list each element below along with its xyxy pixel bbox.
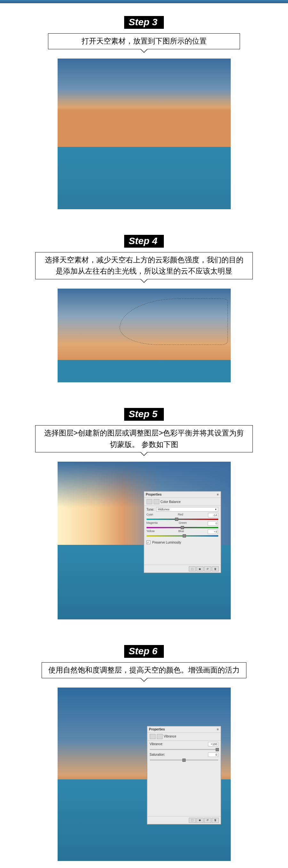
adjustment-icon[interactable] (150, 734, 156, 739)
slider-knob[interactable] (183, 758, 186, 762)
pointer-icon (140, 452, 148, 456)
tone-label: Tone: (147, 508, 154, 511)
step-5-image: Properties ≡ Color Balance Tone: Midtone… (58, 462, 231, 619)
step-6-desc: 使用自然饱和度调整层，提高天空的颜色。增强画面的活力 (42, 662, 247, 678)
preserve-luminosity-checkbox[interactable]: ✓ (147, 540, 150, 544)
clip-to-layer-button[interactable]: ⬚ (189, 566, 196, 571)
step-6-block: Step 6 使用自然饱和度调整层，提高天空的颜色。增强画面的活力 Proper… (0, 645, 288, 861)
slider-knob[interactable] (175, 518, 178, 521)
step-6-image: Properties ≡ Vibrance Vibrance: +100 Sat… (58, 687, 231, 861)
panel-subtitle: Vibrance (164, 735, 176, 738)
saturation-label: Saturation: (150, 753, 165, 756)
step-4-desc: 选择天空素材，减少天空右上方的云彩颜色强度，我们的目的是添加从左往右的主光线，所… (35, 252, 253, 279)
slider-knob[interactable] (183, 534, 186, 537)
chevron-down-icon: ▾ (215, 508, 217, 511)
cb-value[interactable]: -14 (208, 513, 218, 517)
panel-subtitle: Color Balance (161, 500, 181, 504)
saturation-slider[interactable] (150, 760, 218, 761)
reset-button[interactable]: ↺ (204, 566, 211, 571)
step-4-block: Step 4 选择天空素材，减少天空右上方的云彩颜色强度，我们的目的是添加从左往… (0, 235, 288, 382)
cb-left-label: Cyan (147, 513, 153, 517)
panel-title: Properties (146, 493, 162, 496)
panel-title: Properties (149, 727, 165, 731)
cb-left-label: Magenta (147, 521, 158, 526)
step-6-badge: Step 6 (124, 645, 164, 658)
mask-icon[interactable] (157, 734, 163, 739)
yellow-blue-slider[interactable] (147, 535, 218, 536)
step-3-block: Step 3 打开天空素材，放置到下图所示的位置 (0, 16, 288, 209)
delete-button[interactable]: 🗑 (212, 566, 219, 571)
top-strip (0, 0, 288, 3)
cyan-red-slider[interactable] (147, 519, 218, 520)
adjustment-icon[interactable] (147, 499, 152, 504)
cb-value[interactable]: 0 (208, 521, 218, 526)
cb-right-label: Green (179, 521, 187, 526)
cb-left-label: Yellow (147, 529, 155, 534)
preserve-luminosity-label: Preserve Luminosity (152, 541, 182, 544)
mask-icon[interactable] (154, 499, 159, 504)
saturation-value[interactable]: 0 (208, 752, 218, 757)
slider-knob[interactable] (181, 526, 184, 529)
pointer-icon (140, 678, 148, 682)
vibrance-slider[interactable] (150, 749, 218, 750)
step-3-image (58, 59, 231, 209)
step-4-badge: Step 4 (124, 235, 164, 248)
panel-menu-icon[interactable]: ≡ (217, 493, 219, 496)
cb-value[interactable]: +4 (208, 529, 218, 534)
clip-to-layer-button[interactable]: ⬚ (189, 818, 196, 823)
step-3-badge: Step 3 (124, 16, 164, 29)
view-previous-button[interactable]: ◉ (196, 818, 203, 823)
cb-right-label: Blue (178, 529, 184, 534)
pointer-icon (140, 279, 148, 283)
vibrance-panel[interactable]: Properties ≡ Vibrance Vibrance: +100 Sat… (147, 726, 221, 825)
step-5-badge: Step 5 (124, 408, 164, 421)
reset-button[interactable]: ↺ (204, 818, 211, 823)
step-4-image (58, 288, 231, 382)
view-previous-button[interactable]: ◉ (196, 566, 203, 571)
slider-knob[interactable] (216, 748, 219, 751)
magenta-green-slider[interactable] (147, 527, 218, 528)
color-balance-panel[interactable]: Properties ≡ Color Balance Tone: Midtone… (144, 491, 221, 573)
step-5-block: Step 5 选择图层>创建新的图层或调整图层>色彩平衡并将其设置为剪切蒙版。 … (0, 408, 288, 619)
step-3-desc: 打开天空素材，放置到下图所示的位置 (48, 33, 240, 49)
vibrance-value[interactable]: +100 (208, 742, 218, 746)
cb-right-label: Red (178, 513, 183, 517)
vibrance-label: Vibrance: (150, 742, 163, 746)
tone-select[interactable]: Midtones ▾ (156, 507, 218, 512)
pointer-icon (140, 49, 148, 53)
panel-menu-icon[interactable]: ≡ (217, 727, 219, 731)
delete-button[interactable]: 🗑 (212, 818, 219, 823)
step-5-desc: 选择图层>创建新的图层或调整图层>色彩平衡并将其设置为剪切蒙版。 参数如下图 (35, 425, 253, 453)
selection-marquee (120, 299, 227, 345)
